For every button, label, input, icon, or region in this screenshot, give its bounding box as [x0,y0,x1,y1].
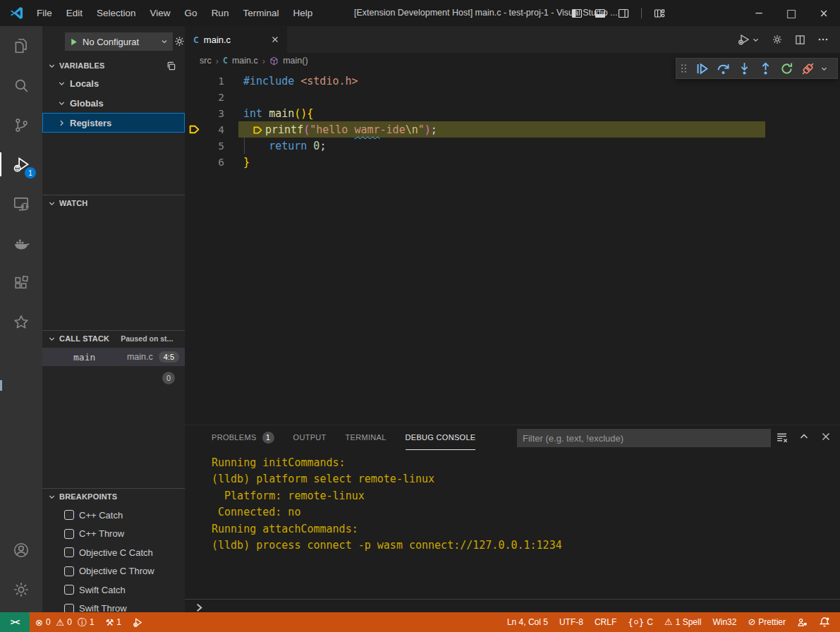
open-launch-json-gear-icon[interactable] [174,35,185,47]
activity-item-accounts[interactable] [0,530,42,570]
menu-help[interactable]: Help [286,0,319,26]
section-title: VARIABLES [59,61,105,70]
tools-status[interactable]: ⚒ 1 [100,612,127,632]
customize-layout-icon[interactable] [654,8,665,19]
breakpoint-label: C++ Catch [79,510,123,521]
close-button[interactable]: × [808,0,840,26]
more-actions-icon[interactable] [817,34,829,45]
breakpoint-checkbox[interactable] [64,510,74,520]
code-editor[interactable]: 1#include <stdio.h>23int main(){4printf(… [185,68,840,425]
activity-item-extensions[interactable] [0,263,42,303]
activity-item-source-control[interactable] [0,105,42,145]
call-stack-header[interactable]: CALL STACK Paused on st... [42,331,185,346]
copy-value-icon[interactable] [166,61,176,71]
menu-run[interactable]: Run [205,0,236,26]
code-line-3[interactable]: 3int main(){ [185,105,840,121]
variables-header[interactable]: VARIABLES [42,58,185,73]
tab-label: main.c [204,35,265,45]
activity-item-docker[interactable] [0,224,42,263]
panel-tab-output[interactable]: OUTPUT [293,426,327,450]
variables-scope-globals[interactable]: Globals [42,93,185,113]
status-notifications[interactable] [813,612,836,632]
activity-item-run-and-debug[interactable]: 1 [0,145,42,184]
toggle-panel-icon[interactable] [595,8,606,19]
activity-bar: 1 [0,26,42,612]
breakpoint-row[interactable]: C++ Catch [42,506,185,525]
status-cursor-position[interactable]: Ln 4, Col 5 [501,612,554,632]
breakpoint-checkbox[interactable] [64,547,74,557]
debug-config-dropdown[interactable]: No Configurat [65,32,173,51]
menu-view[interactable]: View [143,0,178,26]
breakpoint-checkbox[interactable] [64,566,74,576]
step-out-button[interactable] [757,60,774,77]
code-line-6[interactable]: 6} [185,154,840,170]
disconnect-button[interactable] [799,60,816,77]
activity-item-manage-settings[interactable] [0,570,42,609]
step-into-button[interactable] [736,60,753,77]
problems-status[interactable]: ⊗ 0 ⚠ 0 ⓘ 1 [30,612,100,632]
run-or-debug-button[interactable] [738,34,760,45]
console-filter-input[interactable] [517,429,771,447]
toggle-sidebar-icon[interactable] [571,8,583,19]
start-debug-play-icon[interactable] [69,37,78,47]
step-over-button[interactable] [714,60,731,77]
toolbar-chevron-down-icon[interactable] [820,65,828,73]
breakpoint-row[interactable]: Objective C Throw [42,562,185,581]
panel-tab-debug-console[interactable]: DEBUG CONSOLE [406,426,476,450]
breadcrumb-folder[interactable]: src [200,56,212,66]
panel-tab-terminal[interactable]: TERMINAL [346,426,386,450]
variables-scope-locals[interactable]: Locals [42,73,185,93]
activity-item-wamr-ide-star[interactable] [0,303,42,342]
toggle-secondary-sidebar-icon[interactable] [618,8,629,19]
breakpoint-checkbox[interactable] [64,529,74,539]
breakpoint-label: C++ Throw [79,528,124,539]
breakpoint-label: Swift Throw [79,603,127,612]
menu-terminal[interactable]: Terminal [236,0,286,26]
menu-go[interactable]: Go [178,0,205,26]
code-line-4[interactable]: 4printf("hello wamr-ide\n"); [185,121,840,138]
status-spell-checker[interactable]: ⚠1 Spell [659,612,707,632]
status-prettier[interactable]: ⊘Prettier [742,612,791,632]
panel-tab-problems[interactable]: PROBLEMS1 [212,426,274,450]
breakpoint-row[interactable]: C++ Throw [42,525,185,544]
breakpoint-checkbox[interactable] [64,604,74,612]
minimize-button[interactable]: ─ [743,0,775,26]
clear-console-icon[interactable] [776,431,788,443]
activity-item-search[interactable] [0,66,42,105]
status-platform[interactable]: Win32 [707,612,742,632]
tab-main-c[interactable]: C main.c [185,26,287,53]
menu-edit[interactable]: Edit [59,0,90,26]
breakpoint-row[interactable]: Objective C Catch [42,543,185,562]
watch-header[interactable]: WATCH [42,195,185,211]
activity-item-remote-explorer[interactable] [0,184,42,224]
breakpoint-checkbox[interactable] [64,585,74,595]
debug-status[interactable] [127,612,149,632]
code-line-5[interactable]: 5 return 0; [185,138,840,154]
breakpoints-header[interactable]: BREAKPOINTS [42,489,185,504]
continue-button[interactable] [693,60,710,77]
status-language-mode[interactable]: {}C [622,612,659,632]
breadcrumb-file[interactable]: main.c [232,56,258,66]
breadcrumb-symbol[interactable]: main() [283,56,308,66]
menu-selection[interactable]: Selection [90,0,143,26]
menu-file[interactable]: File [30,0,59,26]
status-eol[interactable]: CRLF [589,612,622,632]
split-editor-icon[interactable] [795,35,805,45]
remote-indicator[interactable]: >< [0,612,30,632]
maximize-panel-icon[interactable] [798,431,810,443]
code-line-2[interactable]: 2 [185,89,840,105]
toolbar-grip-icon [679,62,689,75]
variables-scope-registers[interactable]: Registers [42,113,185,133]
close-panel-icon[interactable] [820,431,832,443]
stack-frame-row[interactable]: main main.c 4:5 [42,348,185,366]
status-feedback[interactable] [791,612,813,632]
console-prompt-chevron-icon[interactable] [194,602,205,613]
close-tab-icon[interactable] [270,35,280,44]
status-encoding[interactable]: UTF-8 [554,612,589,632]
breakpoint-row[interactable]: Swift Catch [42,581,185,600]
maximize-button[interactable]: □ [775,0,808,26]
activity-item-explorer[interactable] [0,26,42,66]
gear-icon[interactable] [772,34,783,45]
breakpoint-row[interactable]: Swift Throw [42,600,185,613]
restart-button[interactable] [778,60,795,77]
